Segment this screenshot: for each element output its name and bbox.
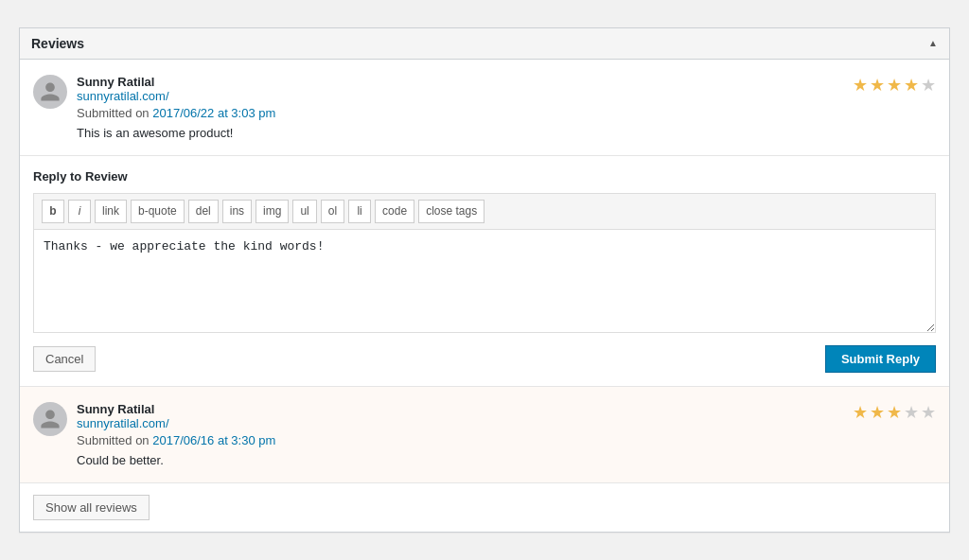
star-5: ★	[921, 75, 936, 96]
toolbar-li[interactable]: li	[348, 200, 371, 223]
avatar	[33, 75, 67, 109]
reviewer-name: Sunny Ratilal	[77, 75, 154, 89]
star-r2-2: ★	[870, 402, 885, 423]
reviews-panel: Reviews ▲ Sunny Ratilal sunnyratilal.com…	[19, 27, 950, 533]
review-item: Sunny Ratilal sunnyratilal.com/ Submitte…	[20, 60, 949, 156]
reply-section-title: Reply to Review	[33, 169, 936, 184]
toolbar-ol[interactable]: ol	[321, 200, 344, 223]
submitted-line: Submitted on 2017/06/22 at 3:03 pm	[77, 106, 936, 120]
star-2: ★	[870, 75, 885, 96]
star-r2-1: ★	[853, 402, 868, 423]
reviewer-name-2: Sunny Ratilal	[77, 402, 154, 416]
star-r2-5: ★	[921, 402, 936, 423]
star-1: ★	[853, 75, 868, 96]
star-4: ★	[904, 75, 919, 96]
review-content: This is an awesome product!	[77, 126, 936, 140]
panel-header: Reviews ▲	[20, 28, 949, 60]
submitted-line-2: Submitted on 2017/06/16 at 3:30 pm	[77, 433, 936, 447]
review-meta-2: Sunny Ratilal sunnyratilal.com/ Submitte…	[77, 402, 936, 447]
star-3: ★	[887, 75, 902, 96]
review-header-2: Sunny Ratilal sunnyratilal.com/ Submitte…	[33, 402, 936, 447]
show-all-reviews-button[interactable]: Show all reviews	[33, 495, 150, 520]
collapse-icon[interactable]: ▲	[928, 38, 938, 48]
submitted-date-2[interactable]: 2017/06/16 at 3:30 pm	[152, 433, 275, 447]
toolbar-bquote[interactable]: b-quote	[131, 200, 185, 223]
review-item-2: Sunny Ratilal sunnyratilal.com/ Submitte…	[20, 387, 949, 483]
toolbar-bold[interactable]: b	[42, 200, 64, 223]
toolbar-ins[interactable]: ins	[222, 200, 252, 223]
reviewer-link[interactable]: sunnyratilal.com/	[77, 89, 936, 103]
reply-actions: Cancel Submit Reply	[33, 345, 936, 373]
star-rating-2: ★ ★ ★ ★ ★	[853, 402, 936, 423]
panel-footer: Show all reviews	[20, 483, 949, 532]
editor-toolbar: b i link b-quote del ins img ul ol li co…	[33, 193, 936, 229]
reply-section: Reply to Review b i link b-quote del ins…	[20, 156, 949, 387]
toolbar-ul[interactable]: ul	[292, 200, 316, 223]
review-meta: Sunny Ratilal sunnyratilal.com/ Submitte…	[77, 75, 936, 120]
submitted-date[interactable]: 2017/06/22 at 3:03 pm	[152, 106, 275, 120]
panel-title: Reviews	[31, 36, 84, 51]
avatar-2	[33, 402, 67, 436]
reply-textarea[interactable]: Thanks - we appreciate the kind words!	[33, 229, 936, 333]
toolbar-link[interactable]: link	[95, 200, 127, 223]
toolbar-close-tags[interactable]: close tags	[418, 200, 484, 223]
toolbar-code[interactable]: code	[375, 200, 414, 223]
reviewer-link-2[interactable]: sunnyratilal.com/	[77, 416, 936, 430]
submit-reply-button[interactable]: Submit Reply	[825, 345, 936, 373]
cancel-button[interactable]: Cancel	[33, 346, 96, 372]
review-content-2: Could be better.	[77, 453, 936, 467]
toolbar-italic[interactable]: i	[68, 200, 91, 223]
star-rating: ★ ★ ★ ★ ★	[853, 75, 936, 96]
toolbar-img[interactable]: img	[255, 200, 289, 223]
star-r2-4: ★	[904, 402, 919, 423]
review-header: Sunny Ratilal sunnyratilal.com/ Submitte…	[33, 75, 936, 120]
star-r2-3: ★	[887, 402, 902, 423]
toolbar-del[interactable]: del	[188, 200, 219, 223]
